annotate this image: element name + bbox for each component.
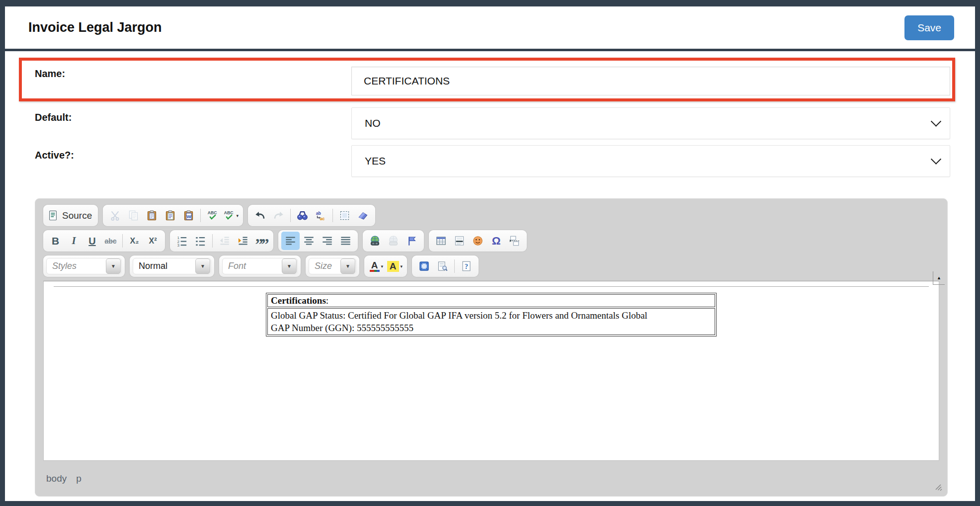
unlink-icon [384, 232, 403, 250]
editor-content-area[interactable]: Certifications: Global GAP Status: Certi… [43, 281, 939, 461]
toolbar-group: Styles▼ [43, 255, 125, 277]
replace-icon[interactable] [312, 206, 330, 225]
select-all-icon[interactable] [335, 206, 354, 225]
status-path-item[interactable]: body [46, 473, 67, 484]
align-right-icon[interactable] [318, 232, 336, 250]
align-justify-icon[interactable] [336, 232, 355, 250]
content-horizontal-rule [54, 286, 929, 287]
bold-button[interactable]: B [46, 232, 65, 250]
table-body-cell[interactable]: Global GAP Status: Certified For Global … [267, 308, 715, 335]
toolbar-group: Normal▼ [130, 255, 214, 277]
paste-icon[interactable] [143, 206, 161, 225]
format-select-label: Normal [139, 261, 195, 271]
indent-icon[interactable] [234, 232, 252, 250]
save-button[interactable]: Save [904, 15, 954, 40]
active-label: Active?: [5, 145, 351, 161]
numbered-list-icon[interactable] [173, 232, 191, 250]
toolbar-row: BIUabcX₂X²””Ω [43, 230, 939, 255]
page-title: Invoice Legal Jargon [28, 20, 162, 35]
editor-statusbar: bodyp [35, 461, 947, 496]
smiley-icon[interactable] [469, 232, 487, 250]
show-blocks-icon[interactable] [433, 257, 452, 275]
status-path-item[interactable]: p [76, 473, 82, 484]
bg-color-button[interactable]: A▾ [386, 257, 404, 275]
maximize-icon[interactable] [415, 257, 433, 275]
undo-icon[interactable] [251, 206, 269, 225]
spellcheck-icon[interactable] [203, 206, 222, 225]
redo-icon [269, 206, 288, 225]
outdent-icon [215, 232, 234, 250]
size-select[interactable]: Size▼ [309, 258, 356, 274]
blockquote-icon[interactable]: ”” [252, 232, 270, 250]
subscript-button[interactable]: X₂ [125, 232, 144, 250]
toolbar-separator [454, 259, 455, 273]
toolbar-group [412, 255, 479, 277]
table-body-line: GAP Number (GGN): 555555555555 [271, 322, 712, 334]
default-select[interactable]: NO [351, 107, 950, 139]
dropdown-caret-icon[interactable]: ▼ [340, 258, 355, 274]
chevron-down-icon [931, 154, 941, 164]
page: Invoice Legal Jargon Save Name: Default:… [5, 6, 975, 501]
remove-format-icon[interactable] [354, 206, 372, 225]
dropdown-caret-icon[interactable]: ▼ [195, 258, 210, 274]
scayt-icon[interactable]: ▾ [222, 206, 240, 225]
strikethrough-button[interactable]: abc [101, 232, 120, 250]
horizontal-rule-icon[interactable] [450, 232, 469, 250]
toolbar-group: A▾A▾ [364, 255, 407, 277]
superscript-button[interactable]: X² [144, 232, 162, 250]
font-select[interactable]: Font▼ [222, 258, 298, 274]
format-select[interactable]: Normal▼ [133, 258, 211, 274]
toolbar-separator [200, 209, 201, 222]
active-row: Active?: YES [5, 145, 975, 177]
menu-caret-icon: ▾ [236, 213, 239, 218]
toolbar-row: Styles▼Normal▼Font▼Size▼A▾A▾ [43, 255, 939, 281]
annotation-highlight: Name: [19, 58, 955, 101]
link-icon[interactable] [366, 232, 384, 250]
toolbar-group: Source [43, 205, 98, 226]
styles-select[interactable]: Styles▼ [46, 258, 122, 274]
toolbar-group: Size▼ [306, 255, 359, 277]
anchor-icon[interactable] [403, 232, 421, 250]
bulleted-list-icon[interactable] [191, 232, 210, 250]
toolbar-group: ▾ [103, 205, 243, 226]
menu-caret-icon: ▾ [401, 264, 403, 269]
table-header-text: Certifications [271, 295, 326, 306]
menu-caret-icon: ▾ [381, 264, 384, 269]
toolbar-group [363, 230, 424, 252]
chevron-down-icon [931, 116, 941, 126]
name-input[interactable] [351, 67, 950, 95]
copy-icon [124, 206, 143, 225]
toolbar-group: BIUabcX₂X² [43, 230, 165, 252]
collapse-toolbar-button[interactable]: ▲ [933, 271, 945, 285]
active-select[interactable]: YES [351, 145, 950, 177]
underline-button[interactable]: U [83, 232, 101, 250]
italic-button[interactable]: I [65, 232, 83, 250]
table-body-line: Global GAP Status: Certified For Global … [271, 309, 712, 322]
default-label: Default: [5, 107, 351, 123]
cut-icon [106, 206, 124, 225]
editor-toolbar: Source▾BIUabcX₂X²””ΩStyles▼Normal▼Font▼S… [35, 199, 947, 281]
special-character-icon[interactable]: Ω [487, 232, 505, 250]
toolbar-separator [332, 209, 333, 222]
toolbar-group: Ω [429, 230, 527, 252]
toolbar-group [248, 205, 375, 226]
page-break-icon[interactable] [505, 232, 524, 250]
table-header-cell[interactable]: Certifications: [267, 294, 715, 307]
paste-text-icon[interactable] [161, 206, 179, 225]
paste-word-icon[interactable] [179, 206, 198, 225]
source-button[interactable]: Source [46, 206, 95, 225]
dropdown-caret-icon[interactable]: ▼ [106, 258, 121, 274]
table-icon[interactable] [432, 232, 450, 250]
default-select-value: NO [365, 117, 381, 129]
dropdown-caret-icon[interactable]: ▼ [282, 258, 297, 274]
align-center-icon[interactable] [300, 232, 318, 250]
about-icon[interactable] [457, 257, 476, 275]
toolbar-row: Source▾ [43, 205, 939, 230]
name-field-col [351, 67, 950, 95]
find-icon[interactable] [293, 206, 312, 225]
default-row: Default: NO [5, 107, 975, 139]
resize-handle-icon[interactable] [933, 482, 943, 492]
text-color-button[interactable]: A▾ [367, 257, 386, 275]
styles-select-label: Styles [52, 261, 105, 271]
align-left-icon[interactable] [281, 232, 300, 250]
